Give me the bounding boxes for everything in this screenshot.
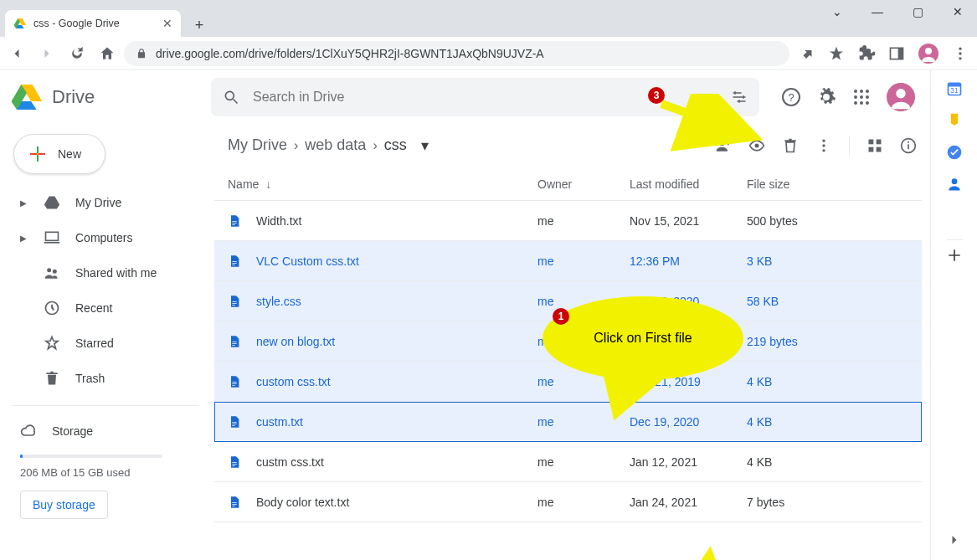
column-owner[interactable]: Owner bbox=[537, 177, 655, 191]
star-icon[interactable] bbox=[828, 45, 845, 62]
maximize-icon[interactable]: ▢ bbox=[905, 5, 930, 18]
breadcrumb-my-drive[interactable]: My Drive bbox=[228, 136, 287, 154]
file-name: style.css bbox=[256, 295, 301, 308]
collapse-panel-icon[interactable] bbox=[946, 532, 963, 548]
reload-icon[interactable] bbox=[69, 45, 85, 62]
drive-body: New ▶ My Drive ▶ Computers Shared with m… bbox=[0, 124, 930, 560]
gear-icon[interactable] bbox=[816, 87, 836, 107]
tab-title: css - Google Drive bbox=[33, 18, 156, 29]
buy-storage-button[interactable]: Buy storage bbox=[20, 491, 108, 519]
new-button[interactable]: New bbox=[13, 134, 105, 174]
sidebar-item-recent[interactable]: Recent bbox=[8, 291, 208, 325]
share-icon[interactable] bbox=[798, 45, 815, 62]
chevron-down-icon[interactable]: ⌄ bbox=[825, 5, 850, 18]
drive-logo-icon bbox=[10, 80, 44, 114]
sidebar-item-shared[interactable]: Shared with me bbox=[8, 256, 208, 290]
delete-trash-icon[interactable] bbox=[782, 137, 799, 154]
account-avatar[interactable] bbox=[887, 83, 915, 111]
new-tab-button[interactable]: + bbox=[188, 13, 211, 37]
file-size: 4 KB bbox=[747, 375, 922, 388]
close-window-icon[interactable]: ✕ bbox=[945, 5, 970, 18]
svg-rect-1 bbox=[898, 48, 903, 59]
url-box[interactable]: drive.google.com/drive/folders/1ClXuY5QH… bbox=[124, 41, 789, 66]
sidebar-item-my-drive[interactable]: ▶ My Drive bbox=[8, 186, 208, 219]
table-row[interactable]: Width.txt me Nov 15, 2021 500 bytes bbox=[214, 201, 922, 241]
grid-view-icon[interactable] bbox=[866, 137, 883, 154]
storage-label: Storage bbox=[52, 424, 93, 438]
more-kebab-icon[interactable] bbox=[815, 137, 832, 154]
sidebar-item-trash[interactable]: Trash bbox=[8, 362, 208, 395]
table-row[interactable]: custom css.txt me May 21, 2019 4 KB bbox=[214, 362, 922, 402]
svg-point-21 bbox=[896, 89, 905, 98]
tab-close-icon[interactable]: ✕ bbox=[162, 17, 172, 30]
svg-point-12 bbox=[860, 90, 863, 93]
step-number-1: 1 bbox=[553, 308, 569, 325]
help-icon[interactable]: ? bbox=[781, 87, 801, 107]
file-icon bbox=[228, 494, 241, 511]
divider bbox=[849, 136, 850, 156]
caret-down-icon: ▾ bbox=[421, 136, 429, 155]
cloud-icon bbox=[20, 423, 37, 439]
minimize-icon[interactable]: — bbox=[865, 5, 890, 18]
sidebar-item-starred[interactable]: Starred bbox=[8, 326, 208, 360]
table-row[interactable]: VLC Custom css.txt me 12:36 PM 3 KB bbox=[214, 241, 922, 281]
clock-icon bbox=[44, 300, 60, 316]
svg-rect-32 bbox=[869, 139, 874, 144]
back-icon[interactable] bbox=[8, 45, 25, 62]
sidebar-item-computers[interactable]: ▶ Computers bbox=[8, 221, 208, 254]
column-size[interactable]: File size bbox=[747, 177, 922, 191]
callout-step1: 1 Click on First file bbox=[542, 296, 743, 380]
svg-rect-34 bbox=[869, 146, 874, 152]
keep-app-icon[interactable] bbox=[946, 112, 963, 129]
svg-point-19 bbox=[866, 101, 869, 105]
apps-grid-icon[interactable] bbox=[851, 87, 872, 107]
forward-icon[interactable] bbox=[39, 45, 55, 62]
sidebar-nav-list: ▶ My Drive ▶ Computers Shared with me bbox=[8, 186, 208, 395]
svg-point-29 bbox=[822, 139, 825, 141]
table-row[interactable]: custm.txt me Dec 19, 2020 4 KB bbox=[214, 402, 922, 442]
svg-rect-33 bbox=[877, 139, 882, 144]
sidebar-item-storage[interactable]: Storage bbox=[20, 414, 208, 448]
file-owner: me bbox=[537, 254, 655, 268]
file-size: 3 KB bbox=[747, 254, 922, 268]
table-row[interactable]: custm css.txt me Jan 12, 2021 4 KB bbox=[214, 442, 922, 482]
home-icon[interactable] bbox=[99, 45, 116, 62]
file-size: 4 KB bbox=[747, 455, 922, 469]
file-list: Width.txt me Nov 15, 2021 500 bytes VLC … bbox=[214, 201, 922, 560]
breadcrumb-css[interactable]: css ▾ bbox=[384, 136, 429, 155]
column-name[interactable]: Name ↓ bbox=[228, 177, 512, 191]
svg-rect-22 bbox=[37, 153, 39, 155]
contacts-app-icon[interactable] bbox=[946, 176, 963, 193]
shared-icon bbox=[44, 265, 60, 281]
sidebar: New ▶ My Drive ▶ Computers Shared with m… bbox=[0, 124, 214, 560]
addons-plus-icon[interactable] bbox=[946, 239, 963, 256]
info-icon[interactable] bbox=[900, 137, 917, 154]
svg-point-6 bbox=[959, 57, 961, 59]
caret-icon: ▶ bbox=[20, 234, 28, 243]
breadcrumb-web-data[interactable]: web data bbox=[305, 136, 366, 154]
window-controls: ⌄ — ▢ ✕ bbox=[825, 5, 970, 18]
sidepanel-icon[interactable] bbox=[888, 45, 905, 62]
table-row[interactable]: Body color text.txt me Jan 24, 2021 7 by… bbox=[214, 482, 922, 522]
search-icon bbox=[223, 89, 239, 105]
svg-text:?: ? bbox=[788, 91, 794, 104]
drive-logo-area[interactable]: Drive bbox=[10, 80, 204, 114]
file-icon bbox=[228, 213, 241, 229]
file-size: 58 KB bbox=[747, 295, 922, 308]
lock-icon bbox=[136, 48, 147, 59]
svg-point-7 bbox=[225, 91, 234, 100]
extensions-icon[interactable] bbox=[858, 45, 875, 62]
tasks-app-icon[interactable] bbox=[946, 144, 963, 161]
file-name: Width.txt bbox=[256, 214, 301, 228]
svg-point-31 bbox=[822, 149, 825, 152]
calendar-app-icon[interactable]: 31 bbox=[946, 80, 963, 97]
svg-point-38 bbox=[908, 141, 909, 142]
file-size: 500 bytes bbox=[747, 214, 922, 228]
file-name: custm css.txt bbox=[256, 455, 324, 469]
browser-tab[interactable]: css - Google Drive ✕ bbox=[5, 10, 181, 37]
kebab-menu-icon[interactable] bbox=[952, 45, 969, 62]
computers-icon bbox=[44, 229, 60, 246]
profile-avatar-small[interactable] bbox=[918, 44, 938, 64]
drive-app: Drive ? New ▶ My Drive bbox=[0, 70, 977, 560]
caret-icon: ▶ bbox=[20, 198, 28, 208]
